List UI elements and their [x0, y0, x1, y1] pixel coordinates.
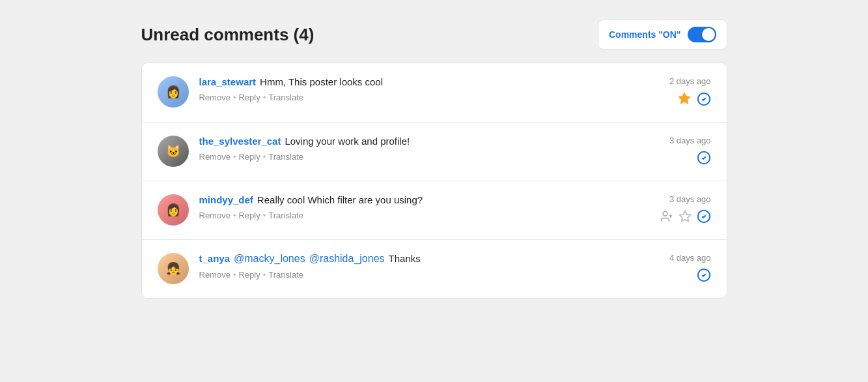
svg-marker-0: [678, 93, 690, 104]
action-separator: •: [233, 152, 236, 162]
comment-body: mindyy_defReally cool Which filter are y…: [199, 194, 623, 220]
icon-row: [697, 151, 711, 168]
mention[interactable]: @macky_lones: [234, 253, 305, 265]
comment-body: t_anya@macky_lones @rashida_jones Thanks…: [199, 253, 623, 280]
username[interactable]: lara_stewart: [199, 76, 257, 87]
avatar: 👩: [158, 194, 189, 226]
action-translate[interactable]: Translate: [268, 93, 303, 102]
icon-row: [660, 209, 711, 226]
action-separator: •: [263, 270, 266, 280]
comments-toggle[interactable]: [688, 27, 716, 42]
comment-main-line: lara_stewartHmm, This poster looks cool: [199, 76, 623, 87]
comment-meta: 2 days ago: [633, 76, 711, 109]
action-separator: •: [263, 93, 266, 102]
add-person-icon[interactable]: [660, 210, 673, 226]
action-separator: •: [263, 152, 266, 162]
comment-actions: Remove • Reply • Translate: [199, 152, 623, 162]
icon-row: [677, 91, 711, 109]
username[interactable]: the_sylvester_cat: [199, 136, 281, 147]
comment-body: the_sylvester_catLoving your work and pr…: [199, 136, 623, 162]
action-translate[interactable]: Translate: [268, 270, 303, 280]
timestamp: 4 days ago: [669, 253, 711, 263]
avatar: 🐱: [158, 136, 189, 167]
comment-meta: 4 days ago: [633, 253, 711, 285]
toggle-label: Comments "ON": [609, 29, 681, 40]
action-separator: •: [263, 211, 266, 220]
avatar: 👧: [158, 253, 189, 284]
action-translate[interactable]: Translate: [268, 211, 303, 220]
timestamp: 3 days ago: [669, 194, 711, 204]
comment-item: 🐱the_sylvester_catLoving your work and p…: [142, 123, 727, 181]
star-outline-icon[interactable]: [679, 210, 692, 226]
comment-text: Thanks: [389, 253, 421, 264]
action-reply[interactable]: Reply: [238, 211, 260, 220]
action-translate[interactable]: Translate: [268, 152, 303, 162]
timestamp: 2 days ago: [669, 76, 711, 86]
comment-main-line: mindyy_defReally cool Which filter are y…: [199, 194, 623, 205]
check-icon[interactable]: [697, 268, 711, 285]
icon-row: [697, 268, 711, 285]
page-wrapper: Unread comments (4) Comments "ON" 👩lara_…: [141, 20, 727, 362]
username[interactable]: t_anya: [199, 253, 231, 264]
check-icon[interactable]: [697, 151, 711, 168]
comment-item: 👩lara_stewartHmm, This poster looks cool…: [142, 63, 727, 123]
avatar: 👩: [158, 76, 189, 108]
mention[interactable]: @rashida_jones: [309, 253, 385, 265]
comment-item: 👧t_anya@macky_lones @rashida_jones Thank…: [142, 240, 727, 298]
action-reply[interactable]: Reply: [238, 270, 260, 280]
check-icon[interactable]: [697, 92, 711, 109]
action-reply[interactable]: Reply: [238, 152, 260, 162]
comment-item: 👩mindyy_defReally cool Which filter are …: [142, 181, 727, 240]
action-separator: •: [233, 270, 236, 280]
comment-text: Hmm, This poster looks cool: [260, 76, 383, 87]
action-remove[interactable]: Remove: [199, 270, 231, 280]
comment-main-line: the_sylvester_catLoving your work and pr…: [199, 136, 623, 147]
star-filled-icon[interactable]: [677, 91, 692, 109]
action-separator: •: [233, 211, 236, 220]
comment-body: lara_stewartHmm, This poster looks coolR…: [199, 76, 623, 102]
toggle-knob: [702, 28, 715, 41]
svg-point-3: [663, 211, 667, 216]
comment-meta: 3 days ago: [633, 194, 711, 226]
svg-marker-6: [679, 211, 690, 221]
comment-text: Loving your work and profile!: [285, 136, 410, 147]
action-separator: •: [233, 93, 236, 102]
username[interactable]: mindyy_def: [199, 194, 253, 205]
comments-list: 👩lara_stewartHmm, This poster looks cool…: [141, 63, 727, 299]
comment-actions: Remove • Reply • Translate: [199, 211, 623, 220]
comments-toggle-area: Comments "ON": [598, 20, 727, 50]
comment-meta: 3 days ago: [633, 136, 711, 168]
header: Unread comments (4) Comments "ON": [141, 20, 727, 50]
comment-actions: Remove • Reply • Translate: [199, 93, 623, 102]
page-title: Unread comments (4): [141, 25, 315, 45]
comment-text: Really cool Which filter are you using?: [257, 194, 423, 205]
action-remove[interactable]: Remove: [199, 152, 231, 162]
action-remove[interactable]: Remove: [199, 93, 231, 102]
comment-actions: Remove • Reply • Translate: [199, 270, 623, 280]
timestamp: 3 days ago: [669, 136, 711, 145]
comment-main-line: t_anya@macky_lones @rashida_jones Thanks: [199, 253, 623, 265]
check-icon[interactable]: [697, 209, 711, 226]
action-reply[interactable]: Reply: [238, 93, 260, 102]
action-remove[interactable]: Remove: [199, 211, 231, 220]
